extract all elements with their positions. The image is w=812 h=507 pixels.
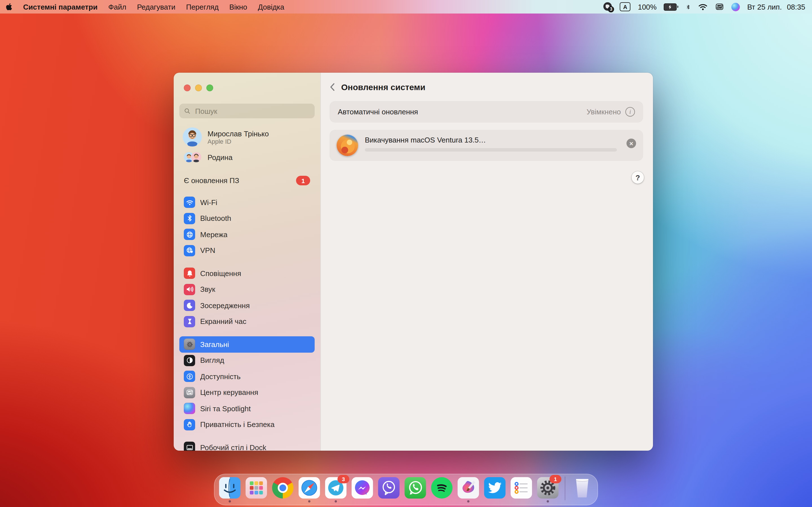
dock-item-safari[interactable]: [299, 477, 320, 499]
running-indicator: [547, 500, 549, 503]
automatic-updates-label: Автоматичні оновлення: [338, 108, 418, 116]
hand-icon: [184, 419, 195, 431]
wifi-icon[interactable]: [698, 3, 708, 10]
sidebar-item-dock[interactable]: Робочий стіл і Dock: [179, 439, 315, 451]
family-avatars: [183, 152, 202, 162]
dock-item-trash[interactable]: [571, 477, 593, 499]
menu-довідка[interactable]: Довідка: [258, 3, 285, 11]
sidebar-item-speaker[interactable]: Звук: [179, 281, 315, 297]
sidebar-item-moon[interactable]: Зосередження: [179, 297, 315, 314]
menu-перегляд[interactable]: Перегляд: [186, 3, 218, 11]
menu-вікно[interactable]: Вікно: [229, 3, 247, 11]
family-label: Родина: [207, 153, 233, 161]
automatic-updates-row[interactable]: Автоматичні оновлення Увімкнено i: [330, 101, 643, 122]
sidebar-item-software-update[interactable]: Є оновлення ПЗ 1: [179, 176, 315, 185]
sidebar-item-wifi[interactable]: Wi-Fi: [179, 194, 315, 210]
sidebar-item-globe-shield[interactable]: VPN: [179, 242, 315, 259]
dock-item-telegram[interactable]: 3: [325, 477, 347, 499]
siri-icon: [184, 403, 195, 414]
menu-файл[interactable]: Файл: [108, 3, 126, 11]
menubar-app-badge-icon[interactable]: 3: [603, 2, 612, 11]
system-update-pane: Оновлення системи Автоматичні оновлення …: [320, 73, 653, 451]
dock-item-settings[interactable]: 1: [537, 477, 559, 499]
family-row[interactable]: Родина: [179, 152, 315, 162]
sidebar-item-hand[interactable]: Приватність і Безпека: [179, 416, 315, 433]
running-indicator: [467, 500, 469, 503]
dock-divider: [565, 476, 565, 500]
dock-item-reminders[interactable]: [511, 477, 532, 499]
battery-icon[interactable]: [664, 3, 678, 10]
software-update-label: Є оновлення ПЗ: [184, 176, 239, 185]
sidebar-item-label: Siri та Spotlight: [200, 404, 251, 413]
apple-id-row[interactable]: Мирослав Трінько Apple ID: [179, 127, 315, 147]
safari-icon: [299, 477, 320, 499]
sidebar-item-hourglass[interactable]: Екранний час: [179, 314, 315, 330]
spotify-icon: [431, 477, 453, 499]
dock-item-spotify[interactable]: [431, 477, 453, 499]
dock-item-chrome[interactable]: [272, 477, 294, 499]
dock-item-launchpad[interactable]: [246, 477, 267, 499]
dock-item-twitter[interactable]: [484, 477, 506, 499]
battery-percent: 100%: [638, 3, 657, 11]
sidebar-item-label: Wi-Fi: [200, 198, 217, 207]
apple-id-subtitle: Apple ID: [207, 138, 269, 145]
viber-icon: [378, 477, 400, 499]
back-button[interactable]: [330, 83, 335, 91]
menubar-clock[interactable]: 08:35: [787, 3, 805, 11]
desktop: Системні параметриФайлРедагуватиПерегляд…: [0, 0, 812, 507]
hourglass-icon: [184, 316, 195, 327]
dock-item-pixelmator[interactable]: [458, 477, 479, 499]
launchpad-icon: [246, 477, 267, 499]
sidebar-groups: Wi-FiBluetoothМережаVPNСповіщенняЗвукЗос…: [179, 194, 315, 451]
settings-window: Мирослав Трінько Apple ID Родина Є оновл…: [174, 73, 653, 451]
running-indicator: [308, 500, 310, 503]
sidebar-item-accessibility[interactable]: Доступність: [179, 369, 315, 385]
whatsapp-icon: [405, 477, 426, 499]
bluetooth-icon[interactable]: [686, 3, 691, 11]
gear-icon: [184, 339, 195, 350]
apple-id-name: Мирослав Трінько: [207, 129, 269, 138]
info-icon[interactable]: i: [625, 107, 635, 117]
search-input[interactable]: [194, 106, 310, 116]
menu-app-name[interactable]: Системні параметри: [23, 3, 98, 11]
dock-badge: 3: [338, 475, 349, 483]
running-indicator: [229, 500, 231, 503]
sidebar-item-label: Приватність і Безпека: [200, 420, 274, 429]
dock: 31: [214, 474, 598, 505]
apple-menu-icon[interactable]: [6, 3, 12, 11]
software-update-badge: 1: [296, 176, 310, 185]
sidebar-item-siri[interactable]: Siri та Spotlight: [179, 400, 315, 416]
control-center-icon[interactable]: [715, 2, 724, 11]
siri-icon[interactable]: [731, 3, 740, 11]
dock-item-viber[interactable]: [378, 477, 400, 499]
sidebar-item-appearance[interactable]: Вигляд: [179, 352, 315, 369]
download-progress-bar: [365, 148, 617, 152]
appearance-icon: [184, 355, 195, 366]
help-button[interactable]: ?: [631, 171, 644, 184]
sidebar-item-bell[interactable]: Сповіщення: [179, 265, 315, 281]
bluetooth-icon: [184, 213, 195, 224]
trash-icon: [571, 477, 593, 499]
page-title: Оновлення системи: [341, 82, 425, 92]
sidebar-item-label: Загальні: [200, 340, 229, 349]
sidebar-item-label: Звук: [200, 285, 215, 294]
input-source-icon[interactable]: A: [620, 2, 630, 11]
sidebar-item-globe[interactable]: Мережа: [179, 226, 315, 242]
menubar-date[interactable]: Вт 25 лип.: [747, 3, 782, 11]
search-icon: [184, 108, 191, 114]
cancel-download-button[interactable]: ×: [626, 138, 636, 148]
sidebar-item-label: Мережа: [200, 230, 227, 239]
sidebar-item-gear[interactable]: Загальні: [179, 336, 315, 352]
dock-item-whatsapp[interactable]: [405, 477, 426, 499]
twitter-icon: [484, 477, 506, 499]
sidebar-item-label: VPN: [200, 246, 215, 255]
search-field[interactable]: [179, 104, 315, 118]
sidebar: Мирослав Трінько Apple ID Родина Є оновл…: [174, 73, 320, 451]
chrome-icon: [272, 477, 294, 499]
dock-item-messenger[interactable]: [352, 477, 373, 499]
sidebar-item-toggles[interactable]: Центр керування: [179, 385, 315, 400]
finder-icon: [219, 477, 241, 499]
dock-item-finder[interactable]: [219, 477, 241, 499]
menu-редагувати[interactable]: Редагувати: [137, 3, 175, 11]
sidebar-item-bluetooth[interactable]: Bluetooth: [179, 210, 315, 226]
